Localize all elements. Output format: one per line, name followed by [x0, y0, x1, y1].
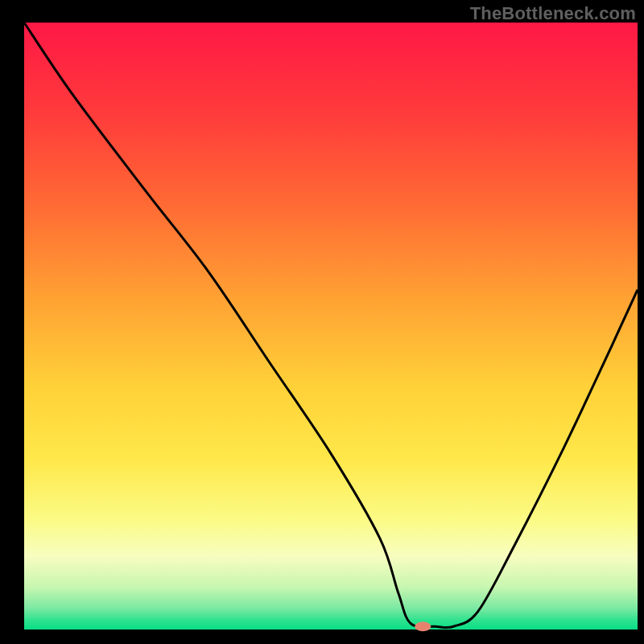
- plot-background: [24, 23, 638, 630]
- chart-frame: TheBottleneck.com: [0, 0, 644, 644]
- bottleneck-chart: [0, 0, 644, 644]
- watermark-text: TheBottleneck.com: [470, 3, 636, 24]
- optimal-marker: [415, 621, 431, 631]
